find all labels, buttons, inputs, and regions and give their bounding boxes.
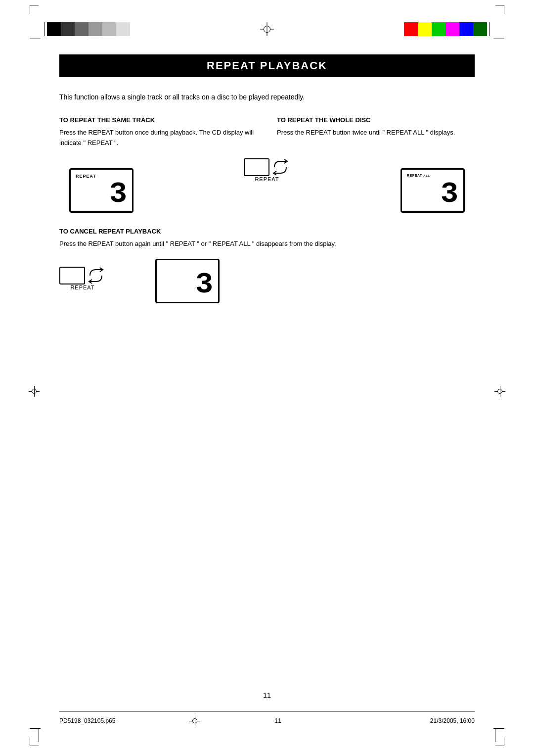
page-number: 11 xyxy=(0,691,534,699)
lcd-repeat: REPEAT 3 xyxy=(69,168,134,213)
color-bar-left xyxy=(47,22,130,36)
section1-heading: To Repeat the Same Track xyxy=(59,116,257,124)
side-crosshair-left xyxy=(29,386,40,397)
cancel-repeat-btn-box xyxy=(59,267,85,284)
vline-bl xyxy=(39,728,39,742)
cancel-repeat-arrow-icon xyxy=(87,267,106,284)
lcd-repeat-all: REPEAT ALL 3 xyxy=(400,168,465,213)
corner-mark-tl xyxy=(30,5,39,14)
section2-heading: To Repeat the Whole Disc xyxy=(277,116,475,124)
cancel-repeat-button-diagram xyxy=(59,267,106,284)
col-repeat-same: To Repeat the Same Track Press the REPEA… xyxy=(59,116,257,148)
color-swatch xyxy=(418,22,432,36)
repeat-button-diagram xyxy=(244,158,290,176)
color-swatch xyxy=(47,22,61,36)
color-swatch xyxy=(473,22,487,36)
vline-right xyxy=(489,22,490,36)
color-swatch xyxy=(432,22,445,36)
cancel-body: Press the REPEAT button again until " RE… xyxy=(59,239,475,249)
corner-mark-bl xyxy=(30,737,39,746)
crosshair-center xyxy=(130,22,404,36)
footer-left: PD5198_032105.p65 xyxy=(59,717,115,724)
cancel-section: To Cancel Repeat Playback Press the REPE… xyxy=(59,228,475,304)
vline-br xyxy=(495,728,495,742)
color-swatch xyxy=(89,22,102,36)
hline-tl xyxy=(30,39,41,39)
page-title-bar: REPEAT PLAYBACK xyxy=(59,54,475,77)
lcd-repeat-all-number: 3 xyxy=(441,179,458,209)
bottom-crosshair-icon xyxy=(189,715,200,726)
lcd-repeat-all-label: REPEAT ALL xyxy=(407,174,430,177)
color-swatch xyxy=(404,22,418,36)
cancel-heading: To Cancel Repeat Playback xyxy=(59,228,475,235)
cancel-repeat-button-label: REPEAT xyxy=(70,284,94,290)
page-title: REPEAT PLAYBACK xyxy=(69,59,465,72)
repeat-btn-box xyxy=(244,158,269,176)
spacer xyxy=(356,721,356,721)
footer-center: 11 xyxy=(274,717,281,724)
lcd-repeat-label: REPEAT xyxy=(76,174,96,179)
two-column-section: To Repeat the Same Track Press the REPEA… xyxy=(59,116,475,148)
repeat-button-label: REPEAT xyxy=(255,176,279,182)
side-crosshair-right xyxy=(494,386,505,397)
bottom-bar: PD5198_032105.p65 11 21/3/2005, 16:00 xyxy=(59,711,475,726)
repeat-arrow-icon xyxy=(271,158,290,176)
col-repeat-whole: To Repeat the Whole Disc Press the REPEA… xyxy=(277,116,475,148)
section2-body: Press the REPEAT button twice until " RE… xyxy=(277,128,475,138)
color-swatch xyxy=(116,22,130,36)
lcd-repeat-number: 3 xyxy=(109,179,127,209)
hline-tr xyxy=(493,39,504,39)
cancel-diagrams: REPEAT 3 xyxy=(59,259,475,303)
lcd-blank: 3 xyxy=(155,259,220,303)
section1-body: Press the REPEAT button once during play… xyxy=(59,128,257,148)
color-swatch xyxy=(459,22,473,36)
color-swatch xyxy=(102,22,116,36)
corner-mark-br xyxy=(495,737,504,746)
crosshair-icon xyxy=(260,22,274,36)
intro-text: This function allows a single track or a… xyxy=(59,92,475,102)
main-content: REPEAT PLAYBACK This function allows a s… xyxy=(59,54,475,303)
vline-left xyxy=(44,22,45,36)
footer-right: 21/3/2005, 16:00 xyxy=(430,717,475,724)
color-bar-right xyxy=(404,22,487,36)
color-swatch xyxy=(445,22,459,36)
lcd-blank-number: 3 xyxy=(195,270,213,299)
top-bar xyxy=(44,22,490,36)
color-swatch xyxy=(75,22,89,36)
color-swatch xyxy=(61,22,75,36)
corner-mark-tr xyxy=(495,5,504,14)
